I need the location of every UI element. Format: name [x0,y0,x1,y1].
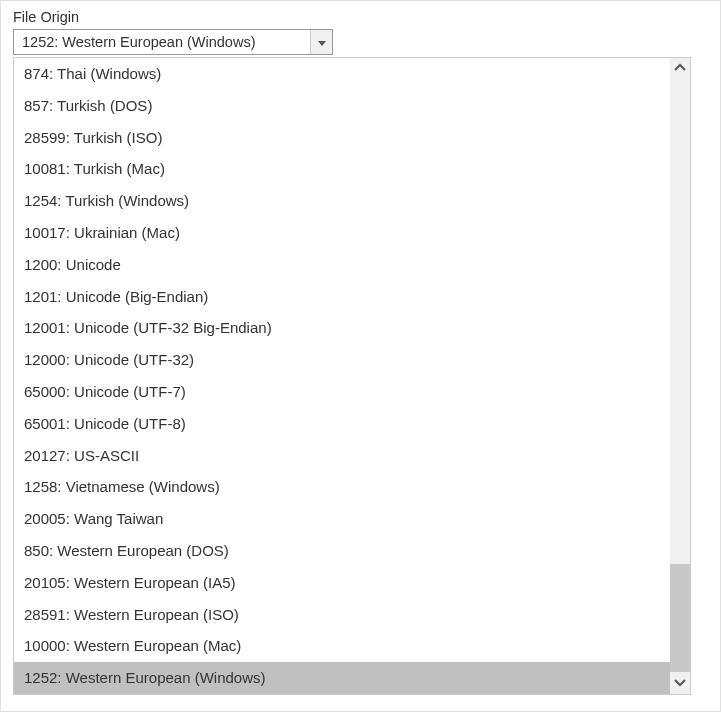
chevron-down-icon [674,675,686,691]
chevron-up-icon [674,61,686,77]
scroll-down-button[interactable] [670,672,690,694]
list-item[interactable]: 1201: Unicode (Big-Endian) [14,281,670,313]
scroll-thumb[interactable] [670,564,690,672]
list-item[interactable]: 28599: Turkish (ISO) [14,122,670,154]
list-item[interactable]: 1252: Western European (Windows) [14,662,670,694]
caret-down-icon [318,34,326,50]
list-item[interactable]: 65000: Unicode (UTF-7) [14,376,670,408]
list-item[interactable]: 20005: Wang Taiwan [14,503,670,535]
list-item[interactable]: 1258: Vietnamese (Windows) [14,471,670,503]
list-item[interactable]: 874: Thai (Windows) [14,58,670,90]
list-item[interactable]: 1254: Turkish (Windows) [14,185,670,217]
file-origin-combobox[interactable]: 1252: Western European (Windows) [13,29,333,55]
scrollbar [670,58,690,694]
list-item[interactable]: 65001: Unicode (UTF-8) [14,408,670,440]
list-item[interactable]: 28591: Western European (ISO) [14,599,670,631]
list-item[interactable]: 10017: Ukrainian (Mac) [14,217,670,249]
list-item[interactable]: 857: Turkish (DOS) [14,90,670,122]
list-item[interactable]: 12001: Unicode (UTF-32 Big-Endian) [14,312,670,344]
dropdown-list-area: 874: Thai (Windows)857: Turkish (DOS)285… [14,58,670,694]
list-item[interactable]: 850: Western European (DOS) [14,535,670,567]
list-item[interactable]: 1200: Unicode [14,249,670,281]
file-origin-label: File Origin [13,9,708,25]
dropdown-toggle-button[interactable] [310,30,332,54]
list-item[interactable]: 20127: US-ASCII [14,440,670,472]
list-item[interactable]: 10081: Turkish (Mac) [14,153,670,185]
dialog-panel: File Origin 1252: Western European (Wind… [0,0,721,712]
list-item[interactable]: 20105: Western European (IA5) [14,567,670,599]
list-item[interactable]: 10000: Western European (Mac) [14,630,670,662]
file-origin-dropdown-list: 874: Thai (Windows)857: Turkish (DOS)285… [13,57,691,695]
list-item[interactable]: 12000: Unicode (UTF-32) [14,344,670,376]
file-origin-selected-text: 1252: Western European (Windows) [14,34,310,50]
scroll-up-button[interactable] [670,58,690,80]
scroll-track[interactable] [670,80,690,672]
